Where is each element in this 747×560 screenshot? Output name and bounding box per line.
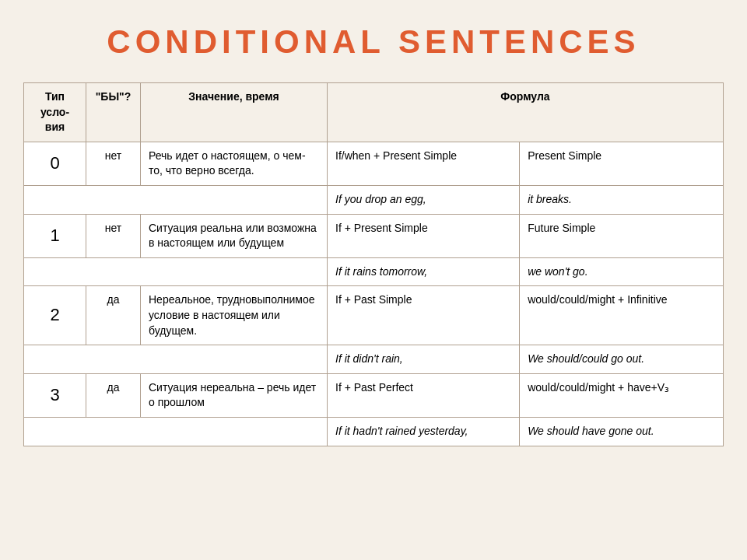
type-1: 1 — [24, 214, 86, 257]
type-0: 0 — [24, 142, 86, 185]
result-example-3: We should have gone out. — [520, 417, 724, 446]
table-row: 0 нет Речь идет о настоящем, о чем-то, ч… — [24, 142, 724, 185]
table-row: 1 нет Ситуация реальна или возможна в на… — [24, 214, 724, 257]
table-row-example-1: If it rains tomorrow, we won't go. — [24, 257, 724, 286]
result-main-1: Future Simple — [520, 214, 724, 257]
meaning-3: Ситуация нереальна – речь идет о прошлом — [141, 373, 328, 417]
result-main-3: would/could/might + have+V₃ — [520, 373, 724, 417]
formula-example-1: If it rains tomorrow, — [328, 257, 520, 286]
formula-if-1: If + Present Simple — [328, 214, 520, 257]
result-example-1: we won't go. — [520, 257, 724, 286]
page-title: CONDITIONAL SENTENCES — [107, 23, 640, 61]
formula-example-0: If you drop an egg, — [328, 185, 520, 214]
header-type: Тип усло-вия — [24, 83, 86, 142]
meaning-0: Речь идет о настоящем, о чем-то, что вер… — [141, 142, 328, 185]
table-row-example-0: If you drop an egg, it breaks. — [24, 185, 724, 214]
by-1: нет — [86, 214, 141, 257]
result-example-0: it breaks. — [520, 185, 724, 214]
meaning-1: Ситуация реальна или возможна в настояще… — [141, 214, 328, 257]
formula-example-2: If it didn't rain, — [328, 345, 520, 374]
type-2: 2 — [24, 286, 86, 345]
formula-example-3: If it hadn't rained yesterday, — [328, 417, 520, 446]
by-3: да — [86, 373, 141, 417]
type-3: 3 — [24, 373, 86, 417]
by-0: нет — [86, 142, 141, 185]
table-row: 3 да Ситуация нереальна – речь идет о пр… — [24, 373, 724, 417]
table-row-example-2: If it didn't rain, We should/could go ou… — [24, 345, 724, 374]
main-table: Тип усло-вия "БЫ"? Значение, время Форму… — [23, 82, 724, 446]
result-main-0: Present Simple — [520, 142, 724, 185]
by-2: да — [86, 286, 141, 345]
meaning-2: Нереальное, трудновыполнимое условие в н… — [141, 286, 328, 345]
table-row: 2 да Нереальное, трудновыполнимое услови… — [24, 286, 724, 345]
header-by: "БЫ"? — [86, 83, 141, 142]
formula-if-3: If + Past Perfect — [328, 373, 520, 417]
result-main-2: would/could/might + Infinitive — [520, 286, 724, 345]
header-meaning: Значение, время — [141, 83, 328, 142]
formula-if-2: If + Past Simple — [328, 286, 520, 345]
formula-if-0: If/when + Present Simple — [328, 142, 520, 185]
result-example-2: We should/could go out. — [520, 345, 724, 374]
table-row-example-3: If it hadn't rained yesterday, We should… — [24, 417, 724, 446]
header-formula: Формула — [328, 83, 724, 142]
